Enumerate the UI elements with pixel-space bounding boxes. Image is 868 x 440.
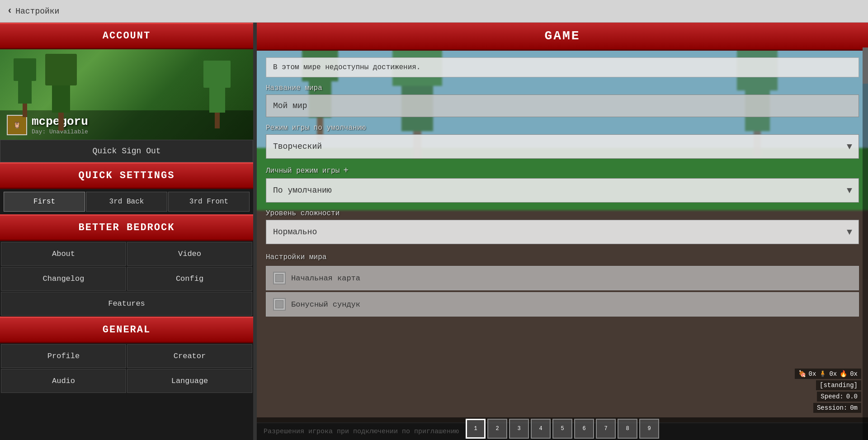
speed-value: 0.0 [846,393,858,400]
audio-menu-item[interactable]: Audio [1,369,126,393]
hud-counters: 🍖 0x 🧍 0x 🔥 0x [795,369,861,379]
top-bar: ‹ Настройки [0,0,868,23]
game-settings-panel: GAME В этом мире недоступны достижения. … [257,23,868,440]
difficulty-label: Уровень сложности [266,209,859,218]
scrollbar-thumb [863,47,868,84]
hotbar-slot-6: 6 [574,419,594,439]
personal-mode-row: Личный режим игры + [266,159,859,176]
hotbar-slot-7: 7 [596,419,616,439]
starting-map-checkbox[interactable] [273,272,286,284]
default-game-mode-dropdown[interactable]: Творческий Выживание Приключение [266,134,859,159]
world-name-input[interactable] [266,95,859,117]
changelog-menu-item[interactable]: Changelog [1,267,126,291]
camera-first-button[interactable]: First [4,192,85,212]
session-value: 0m [850,404,858,412]
quick-settings-header: QUICK SETTINGS [0,162,253,189]
camera-3rd-front-button[interactable]: 3rd Front [168,192,250,212]
personal-game-mode-dropdown[interactable]: По умолчанию Творческий Выживание [266,178,859,203]
difficulty-dropdown[interactable]: Нормально Мирный Лёгкий Сложный [266,220,859,244]
back-button[interactable]: ‹ Настройки [7,5,59,17]
user-banner: 🦉 mcpegoru Day: Unavailable [0,49,253,140]
tree-decoration-2 [45,54,77,131]
world-name-label: Название мира [266,84,859,92]
checkbox-inner-2 [275,300,283,308]
tree-decoration-1 [14,58,36,117]
hotbar-slot-5: 5 [552,419,572,439]
hotbar-slot-3: 3 [509,419,529,439]
better-bedrock-header: BETTER BEDROCK [0,214,253,241]
quick-signout-button[interactable]: Quick Sign Out [0,140,253,162]
speed-label: Speed: [821,393,843,400]
default-game-mode-label: Режим игры по умолчанию [266,124,859,132]
main-container: ACCOUNT [0,23,868,440]
back-icon: ‹ [7,5,13,17]
checkbox-inner-1 [275,274,283,282]
starting-map-label: Начальная карта [291,274,360,283]
back-label: Настройки [15,7,59,16]
config-menu-item[interactable]: Config [127,267,252,291]
hud-icon-3: 🔥 [840,370,847,378]
hud-session: Session: 0m [813,403,861,413]
features-menu-item[interactable]: Features [1,292,252,316]
bonus-chest-label: Бонусный сундук [291,300,360,309]
plus-icon: + [343,166,349,176]
hotbar-slot-1: 1 [466,419,486,439]
personal-game-mode-container: По умолчанию Творческий Выживание ▼ [266,178,859,203]
right-panel: GAME В этом мире недоступны достижения. … [257,23,868,440]
starting-map-row[interactable]: Начальная карта [266,266,859,290]
sidebar: ACCOUNT [0,23,253,440]
bonus-chest-row[interactable]: Бонусный сундук [266,292,859,317]
hotbar: 1 2 3 4 5 6 7 8 9 [257,417,868,440]
default-game-mode-container: Творческий Выживание Приключение ▼ [266,134,859,159]
difficulty-container: Нормально Мирный Лёгкий Сложный ▼ [266,220,859,244]
achievement-notice: В этом мире недоступны достижения. [266,57,859,77]
camera-3rd-back-button[interactable]: 3rd Back [86,192,167,212]
counter-3-value: 0x [850,370,858,378]
avatar: 🦉 [7,115,27,135]
general-menu: Profile Creator Audio Language [0,343,253,394]
personal-game-mode-label: Личный режим игры [266,167,340,175]
counter-2-value: 0x [829,370,837,378]
tree-decoration-3 [203,61,231,128]
game-header: GAME [257,23,868,51]
panel-divider [253,23,257,440]
better-bedrock-menu: About Video Changelog Config Features [0,241,253,317]
hud-icon-2: 🧍 [819,370,826,378]
hotbar-slot-2: 2 [487,419,507,439]
hud-standing: [standing] [816,380,861,390]
hotbar-slot-9: 9 [639,419,659,439]
hud-icon-1: 🍖 [798,370,806,378]
right-scrollbar[interactable] [863,47,868,440]
account-header: ACCOUNT [0,23,253,49]
hotbar-slot-8: 8 [618,419,637,439]
standing-label: [standing] [820,382,858,389]
about-menu-item[interactable]: About [1,242,126,266]
creator-menu-item[interactable]: Creator [127,344,252,368]
hotbar-slot-4: 4 [531,419,551,439]
hud-speed: Speed: 0.0 [817,392,861,402]
world-settings-label: Настройки мира [266,253,859,261]
profile-menu-item[interactable]: Profile [1,344,126,368]
counter-1-value: 0x [809,370,816,378]
general-header: GENERAL [0,317,253,343]
language-menu-item[interactable]: Language [127,369,252,393]
hud-right: 🍖 0x 🧍 0x 🔥 0x [standing] Speed: 0.0 Ses… [795,369,861,413]
session-label: Session: [817,404,847,412]
camera-buttons-group: First 3rd Back 3rd Front [0,189,253,214]
bonus-chest-checkbox[interactable] [273,298,286,311]
game-content[interactable]: В этом мире недоступны достижения. Назва… [257,51,868,440]
video-menu-item[interactable]: Video [127,242,252,266]
